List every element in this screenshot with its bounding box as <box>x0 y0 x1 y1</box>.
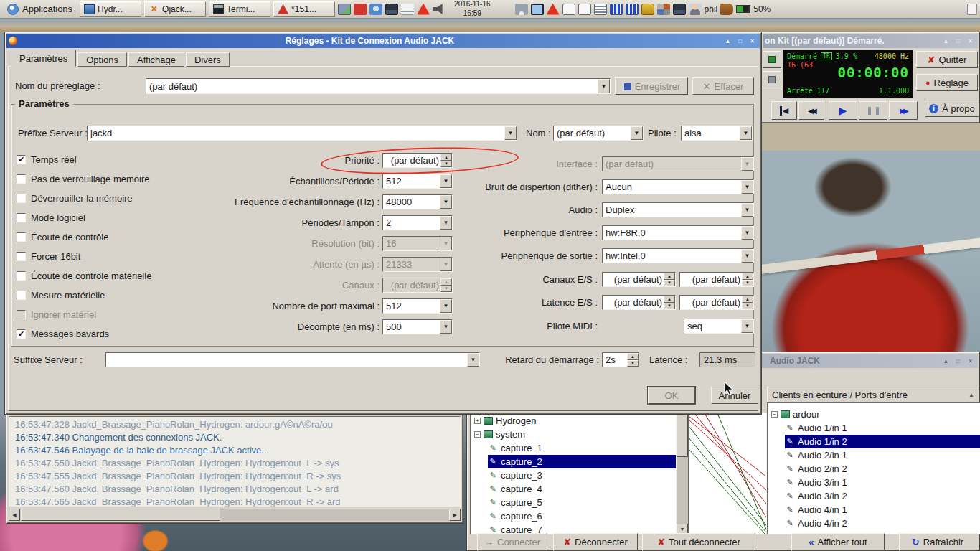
scrollbar-thumb[interactable] <box>21 509 220 521</box>
server-suffix-combo[interactable]: ▼ <box>105 352 480 367</box>
ok-button[interactable]: OK <box>648 387 695 404</box>
spin-arrows[interactable]: ▲▼ <box>664 296 675 309</box>
tab-affichage[interactable]: Affichage <box>128 52 184 67</box>
wireless-tray-icon[interactable] <box>515 4 528 15</box>
messages-horizontal-scrollbar[interactable]: ◀ ▶ <box>9 509 461 521</box>
tree-port-capture-1[interactable]: ✎capture_1 <box>471 441 676 455</box>
volume-tray-icon[interactable] <box>433 4 446 15</box>
tree-port-audio-3-in-1[interactable]: ✎Audio 3/in 1 <box>768 476 980 489</box>
maximize-button[interactable]: □ <box>953 357 963 366</box>
combo-dropdown-button[interactable]: ▼ <box>741 203 753 217</box>
alert-a-tray-icon[interactable] <box>354 4 367 15</box>
transport-rewind-button[interactable]: ◀◀ <box>798 101 824 120</box>
keyboard-tray-icon[interactable] <box>385 4 398 15</box>
partial-tray-icon[interactable] <box>967 4 977 15</box>
tab-options[interactable]: Options <box>77 52 127 67</box>
name-combo[interactable]: (par défaut) ▼ <box>553 126 644 141</box>
erase-preset-button[interactable]: ✕Effacer <box>692 77 754 95</box>
start-delay-spinbox[interactable]: 2s▲▼ <box>602 352 639 367</box>
scroll-left-button[interactable]: ◀ <box>9 509 20 521</box>
checkbox-forcer-16bit[interactable]: ✔Forcer 16bit <box>17 250 80 263</box>
window1-tray-icon[interactable] <box>562 4 575 15</box>
applications-menu[interactable]: Applications <box>3 1 77 17</box>
screenshot-tray-icon[interactable] <box>369 4 382 15</box>
combo-dropdown-button[interactable]: ▼ <box>598 79 610 93</box>
driver-combo[interactable]: alsa ▼ <box>681 126 753 141</box>
tree-port-capture-3[interactable]: ✎capture_3 <box>471 468 676 482</box>
maximize-button[interactable]: □ <box>953 37 963 46</box>
transport-play-button[interactable]: ▶ <box>829 101 857 120</box>
about-button[interactable]: iÀ propo <box>925 100 979 117</box>
scrollbar-thumb[interactable] <box>677 413 688 457</box>
combo-dropdown-button[interactable]: ▼ <box>741 249 753 263</box>
tree-port-audio-4-in-2[interactable]: ✎Audio 4/in 2 <box>768 517 980 530</box>
equalizer2-tray-icon[interactable] <box>626 4 639 15</box>
display-tray-icon[interactable] <box>531 4 544 15</box>
keyboard2-tray-icon[interactable] <box>673 4 686 15</box>
taskbar-item-hydrogen[interactable]: Hydr... <box>80 1 141 17</box>
input-device-combo[interactable]: hw:F8R,0▼ <box>602 225 754 240</box>
taskbar-item-qjackctl[interactable]: ✕Qjack... <box>144 1 206 17</box>
combo-dropdown-button[interactable]: ▼ <box>631 126 643 140</box>
save-preset-button[interactable]: Enregistrer <box>615 77 688 95</box>
notes-tray-icon[interactable] <box>401 4 414 15</box>
checkbox-ecoute-controle[interactable]: ✔Écoute de contrôle <box>17 230 108 243</box>
tree-port-audio-2-in-2[interactable]: ✎Audio 2/in 2 <box>768 462 980 476</box>
io-latency-in-spinbox[interactable]: (par défaut)▲▼ <box>602 295 676 310</box>
server-prefix-combo[interactable]: jackd ▼ <box>87 126 517 141</box>
combo-dropdown-button[interactable]: ▼ <box>741 319 753 333</box>
clock[interactable]: 2016-11-16 16:59 <box>448 0 496 18</box>
warning-triangle-tray-icon[interactable] <box>417 4 430 15</box>
shade-button[interactable]: ▲ <box>941 357 951 366</box>
close-button[interactable]: ✕ <box>747 37 758 46</box>
tree-port-audio-2-in-1[interactable]: ✎Audio 2/in 1 <box>768 448 980 462</box>
audio-mode-combo[interactable]: Duplex▼ <box>602 202 754 217</box>
combo-dropdown-button[interactable]: ▼ <box>741 226 753 240</box>
main-window-titlebar[interactable]: on Kit [(par défaut)] Démarré. ▲ □ ✕ <box>763 34 978 48</box>
shade-button[interactable]: ▲ <box>722 37 733 46</box>
shade-button[interactable]: ▲ <box>941 37 951 46</box>
spin-arrows[interactable]: ▲▼ <box>664 273 675 286</box>
output-device-combo[interactable]: hw:Intel,0▼ <box>602 248 754 263</box>
combo-dropdown-button[interactable]: ▼ <box>741 157 753 171</box>
tree-port-capture-6[interactable]: ✎capture_6 <box>471 509 676 523</box>
disconnect-button[interactable]: ✘Déconnecter <box>553 533 638 551</box>
expand-icon[interactable]: + <box>474 418 481 424</box>
interface-combo[interactable]: (par défaut)▼ <box>602 156 754 171</box>
checkbox-mode-logiciel[interactable]: ✔Mode logiciel <box>17 211 85 224</box>
checkbox-temps-reel[interactable]: ✔Temps réel <box>17 153 77 166</box>
partial-start-button[interactable] <box>763 51 781 68</box>
partial-stop-button[interactable] <box>763 71 781 88</box>
refresh-button[interactable]: ↻Rafraîchir <box>899 533 976 551</box>
tree-port-audio-1-in-2[interactable]: ✎Audio 1/in 2 <box>768 435 980 448</box>
tree-port-capture-5[interactable]: ✎capture_5 <box>471 496 676 509</box>
checkbox-mesure-materielle[interactable]: ✔Mesure matérielle <box>17 288 105 301</box>
lock-tray-icon[interactable] <box>641 4 654 15</box>
combo-dropdown-button[interactable]: ▼ <box>504 126 517 140</box>
settings-button[interactable]: ●Réglage <box>916 74 978 91</box>
tab-parametres[interactable]: Paramètres <box>11 50 76 67</box>
spin-arrows[interactable]: ▲▼ <box>742 273 753 286</box>
battery-indicator[interactable]: 50% <box>736 4 771 14</box>
transport-skip-back-button[interactable]: ◀ <box>771 101 797 120</box>
combo-dropdown-button[interactable]: ▼ <box>740 126 752 140</box>
tree-client-system[interactable]: − system <box>471 428 676 441</box>
tree-client-ardour[interactable]: − ardour <box>768 408 980 421</box>
tab-divers[interactable]: Divers <box>186 52 230 67</box>
tree-port-capture-4[interactable]: ✎capture_4 <box>471 482 676 496</box>
tools-tray-icon[interactable] <box>657 4 670 15</box>
spin-arrows[interactable]: ▲▼ <box>742 296 753 309</box>
tasklist-tray-icon[interactable] <box>594 4 607 15</box>
tree-port-audio-3-in-2[interactable]: ✎Audio 3/in 2 <box>768 489 980 503</box>
combo-dropdown-button[interactable]: ▼ <box>467 353 479 367</box>
mug-tray-icon[interactable] <box>720 4 733 15</box>
transport-pause-button[interactable] <box>859 101 887 120</box>
taskbar-item-terminal[interactable]: Termi... <box>209 1 270 17</box>
image-viewer-tray-icon[interactable] <box>338 4 351 15</box>
scroll-right-button[interactable]: ▶ <box>449 509 461 521</box>
transport-forward-button[interactable]: ▶▶ <box>889 101 918 120</box>
io-latency-out-spinbox[interactable]: (par défaut)▲▼ <box>679 295 754 310</box>
collapse-icon[interactable]: − <box>771 411 778 418</box>
close-button[interactable]: ✕ <box>965 357 976 366</box>
output-tree-scrollbar[interactable]: ▼ <box>677 413 688 534</box>
